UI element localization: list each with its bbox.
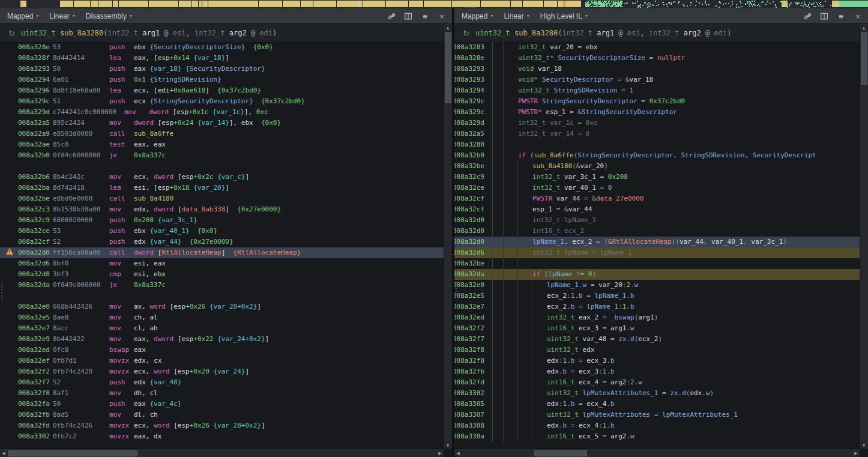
asm-row[interactable]: 008a32f752pushedx {var_48} — [0, 377, 444, 388]
scroll-right-button[interactable]: ▶ — [852, 450, 860, 457]
scroll-left-button[interactable]: ◀ — [0, 450, 7, 457]
split-pane-icon[interactable] — [404, 12, 412, 20]
hlil-row[interactable]: 008a32e7ecx_2.b = lpName_1:1.b — [454, 301, 860, 312]
asm-row[interactable]: 008a32e78accmovcl, ah — [0, 323, 444, 334]
feature-map[interactable] — [0, 0, 868, 8]
asm-row[interactable]: 008a32a9e8503d0000callsub_8a6ffe — [0, 129, 444, 139]
hlil-row[interactable]: 008a3308edx.b = ecx_4:1.b — [454, 420, 860, 431]
menu-icon[interactable]: ≡ — [837, 12, 845, 20]
horizontal-scrollbar[interactable]: ◀ ▶ — [454, 449, 860, 457]
asm-row[interactable]: 008a32fa50pusheax {var_4c} — [0, 399, 444, 410]
asm-row[interactable]: 008a33020fb7c2movzxeax, dx — [0, 431, 444, 442]
hlil-row[interactable]: 008a32edint32_t eax_2 = _bswap(arg1) — [454, 312, 860, 323]
asm-row[interactable]: 008a32ce53pushebx {var_40_1} {0x0} — [0, 226, 444, 237]
asm-row[interactable]: 008a32fd0fb74c2426movzxecx, word [esp+0x… — [0, 420, 444, 431]
hlil-row[interactable]: 008a3280 — [454, 139, 860, 150]
hlil-row[interactable]: 008a3293void* SecurityDescriptor = &var_… — [454, 74, 860, 85]
scrollbar-thumb[interactable] — [445, 32, 451, 103]
close-icon[interactable]: × — [854, 12, 862, 20]
hlil-row[interactable]: 008a32d0int32_t lpName_1 — [454, 215, 860, 226]
hlil-row[interactable]: 008a32cfPWSTR var_44 = &data_27e0000 — [454, 193, 860, 204]
asm-row[interactable]: 008a329350pusheax {var_18} {SecurityDesc… — [0, 64, 444, 74]
view-mode-dropdown[interactable]: Mapped▾ — [462, 12, 493, 20]
hlil-row[interactable]: 008a329dint32_t var_1c = 0xc — [454, 118, 860, 129]
horizontal-scrollbar[interactable]: ◀ ▶ — [0, 449, 444, 457]
reanalyze-icon[interactable]: ↻ — [463, 29, 469, 38]
hlil-row[interactable]: 008a3305edx:1.b = ecx_4.b — [454, 399, 860, 410]
asm-row[interactable]: 008a32d68bf0movesi, eax — [0, 258, 444, 269]
asm-row[interactable]: 008a32ae85c0testeax, eax — [0, 139, 444, 150]
asm-row[interactable]: 008a32ed0fc8bswapeax — [0, 345, 444, 356]
sync-link-icon[interactable] — [387, 12, 396, 20]
menu-icon[interactable]: ≡ — [421, 12, 429, 20]
scroll-right-button[interactable]: ▶ — [436, 450, 444, 457]
hlil-row[interactable]: 008a32f8edx:1.b = ecx_3.b — [454, 356, 860, 366]
asm-row[interactable]: 008a32bee8bd0e0000callsub_8a4180 — [0, 193, 444, 204]
asm-row[interactable]: 008a32e0668b442426movax, word [esp+0x26 … — [0, 301, 444, 312]
asm-row[interactable]: 008a32ef0fb7d1movzxedx, cx — [0, 356, 444, 366]
hlil-row[interactable]: 008a32d0lpName_1, ecx_2 = (&RtlAllocateH… — [454, 237, 860, 247]
vertical-scrollbar[interactable]: ▲ ▼ — [860, 24, 868, 449]
asm-row[interactable]: 008a32b68b4c242cmovecx, dword [esp+0x2c … — [0, 172, 444, 183]
hlil-row[interactable]: 008a32cfesp_1 = &var_44 — [454, 204, 860, 215]
hlil-row[interactable]: 008a32fbedx.b = ecx_3:1.b — [454, 366, 860, 377]
scrollbar-thumb[interactable] — [8, 450, 137, 456]
hlil-row[interactable]: 008a32ceint32_t var_40_1 = 0 — [454, 183, 860, 193]
scroll-down-button[interactable]: ▼ — [444, 441, 451, 449]
view-mode-dropdown[interactable]: Mapped▾ — [7, 12, 38, 20]
asm-row[interactable]: 008a32a5895c2424movdword [esp+0x24 {var_… — [0, 118, 444, 129]
representation-dropdown[interactable]: Disassembly▾ — [86, 12, 132, 20]
asm-row[interactable] — [0, 161, 444, 172]
hlil-row[interactable]: 008a32f8uint32_t edx — [454, 345, 860, 356]
asm-row[interactable]: 008a32e98b442422moveax, dword [esp+0x22 … — [0, 334, 444, 345]
hlil-row[interactable]: 008a32e5ecx_2:1.b = lpName_1.b — [454, 291, 860, 301]
hlil-row[interactable]: 008a329cPWSTR StringSecurityDescriptor =… — [454, 96, 860, 107]
split-pane-icon[interactable] — [820, 12, 828, 20]
function-signature[interactable]: uint32_t sub_8a3280(int32_t arg1 @ esi, … — [21, 29, 277, 37]
asm-row[interactable]: 008a32d83bf3cmpesi, ebx — [0, 269, 444, 280]
hlil-row[interactable]: 008a3302uint32_t lpMutexAttributes_1 = z… — [454, 388, 860, 399]
scroll-up-button[interactable]: ▲ — [444, 24, 451, 31]
asm-row[interactable]: 008a329dc744241c0c000000movdword [esp+0x… — [0, 107, 444, 118]
asm-row[interactable]: 008a32ba8d742418leaesi, [esp+0x18 {var_2… — [0, 183, 444, 193]
hlil-row[interactable]: 008a3283int32_t var_20 = ebx — [454, 42, 860, 53]
asm-row[interactable]: 008a32cf52pushedx {var_44} {0x27e0000} — [0, 237, 444, 247]
hlil-row[interactable]: 008a3307uint32_t lpMutexAttributes = lpM… — [454, 410, 860, 420]
asm-row[interactable]: 008a32fb8ad5movdl, ch — [0, 410, 444, 420]
asm-row[interactable]: 008a329c51pushecx {StringSecurityDescrip… — [0, 96, 444, 107]
scroll-left-button[interactable]: ◀ — [454, 450, 462, 457]
hlil-row[interactable]: 008a329cPWSTR* esp_1 = &StringSecurityDe… — [454, 107, 860, 118]
vertical-scrollbar[interactable]: ▲ ▼ — [444, 24, 452, 449]
hlil-row[interactable]: 008a32d0int16_t ecx_2 — [454, 226, 860, 237]
asm-row[interactable]: 008a32c38b1538b38a00movedx, dword [data_… — [0, 204, 444, 215]
asm-row[interactable]: 008a328e53pushebx {SecurityDescriptorSiz… — [0, 42, 444, 53]
hlil-row[interactable]: 008a32fdint16_t ecx_4 = arg2:2.w — [454, 377, 860, 388]
representation-dropdown[interactable]: High Level IL▾ — [540, 12, 588, 20]
hlil-row[interactable]: 008a32daif (lpName != 0) — [454, 269, 860, 280]
pane-resize-handle[interactable] — [1, 283, 3, 300]
asm-row[interactable]: 008a32e58ae8movch, al — [0, 312, 444, 323]
hlil-row[interactable]: 008a3293void var_18 — [454, 64, 860, 74]
hlil-row[interactable]: 008a32c9int32_t var_3c_1 = 0x208 — [454, 172, 860, 183]
pane-resize-handle[interactable] — [455, 279, 457, 295]
scroll-down-button[interactable]: ▼ — [860, 441, 867, 449]
close-icon[interactable]: × — [438, 12, 446, 20]
layout-mode-dropdown[interactable]: Linear▾ — [49, 12, 74, 20]
asm-row[interactable]: 008a32da0f849c000000je0x8a337c — [0, 280, 444, 291]
asm-row[interactable]: 008a32b00f84c6000000je0x8a337c — [0, 150, 444, 161]
hlil-row[interactable]: 008a32a5int32_t var_14 = 0 — [454, 129, 860, 139]
sync-link-icon[interactable] — [803, 12, 812, 20]
hlil-row[interactable]: 008a32f2int16_t ecx_3 = arg1.w — [454, 323, 860, 334]
asm-row[interactable]: 008a32c96808020000push0x208 {var_3c_1} — [0, 215, 444, 226]
asm-row[interactable]: 008a32d0ff156ca08a00calldword [RtlAlloca… — [0, 247, 444, 258]
hlil-row[interactable]: 008a32f7uint32_t var_48 = zx.d(ecx_2) — [454, 334, 860, 345]
hlil-row[interactable]: 008a32b0if (sub_8a6ffe(StringSecurityDes… — [454, 150, 860, 161]
asm-row[interactable]: 008a32946a01push0x1 {StringSDRevision} — [0, 74, 444, 85]
scroll-up-button[interactable]: ▲ — [860, 24, 867, 31]
layout-mode-dropdown[interactable]: Linear▾ — [504, 12, 529, 20]
scrollbar-thumb[interactable] — [861, 32, 867, 85]
hlil-row[interactable]: 008a32besub_8a4180(&var_20) — [454, 161, 860, 172]
asm-row[interactable]: 008a32968d8f18e68a00leaecx, [edi+0x8ae61… — [0, 85, 444, 96]
reanalyze-icon[interactable]: ↻ — [8, 29, 15, 38]
hlil-row[interactable]: 008a328euint32_t* SecurityDescriptorSize… — [454, 53, 860, 64]
